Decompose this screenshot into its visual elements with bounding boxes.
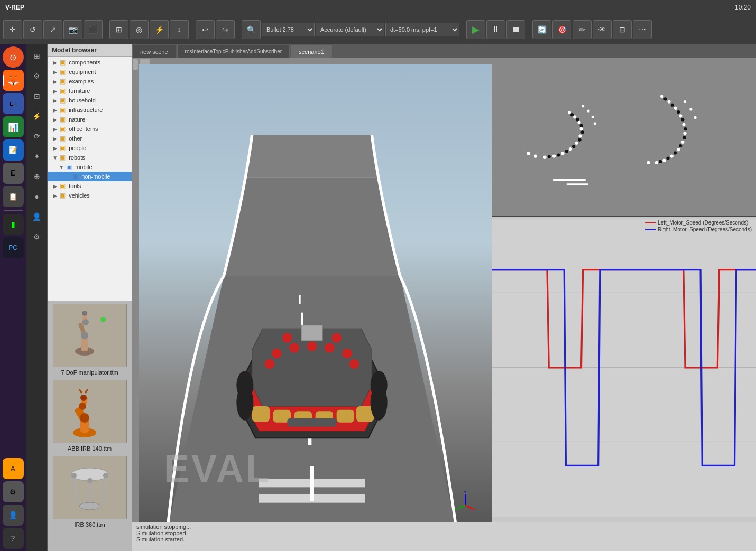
script-btn[interactable]: ✦: [27, 147, 47, 166]
expander-vehicles: ▶: [52, 193, 58, 199]
viewport-scrollbar-h[interactable]: [139, 58, 492, 64]
dock-help[interactable]: ?: [3, 528, 24, 549]
dock-ubuntu[interactable]: ⊙: [3, 46, 24, 68]
svg-point-4: [81, 332, 88, 339]
thumb-irb360-image: [53, 456, 127, 519]
tree-item-furniture[interactable]: ▶ ▣ furniture: [48, 86, 132, 96]
pause-button[interactable]: ⏸: [486, 20, 505, 39]
stop-button[interactable]: ⏹: [506, 20, 525, 39]
search-button[interactable]: 🔍: [242, 20, 261, 39]
light-button[interactable]: ⚡: [150, 20, 169, 39]
dt-select[interactable]: dt=50.0 ms, ppf=1: [385, 23, 459, 36]
tree-item-other[interactable]: ▶ ▣ other: [48, 134, 132, 143]
folder-icon-infrastructure: ▣: [58, 106, 67, 114]
thumb-irb360[interactable]: IRB 360.ttm: [51, 456, 128, 528]
tree-item-examples[interactable]: ▶ ▣ examples: [48, 77, 132, 86]
dock-terminal[interactable]: ▮: [3, 214, 24, 235]
scroll-handle-top[interactable]: [133, 59, 138, 70]
tab-ros[interactable]: rosInterfaceTopicPublisherAndSubscriber: [177, 45, 290, 58]
svg-point-7: [100, 317, 106, 322]
tree-item-vehicles[interactable]: ▶ ▣ vehicles: [48, 191, 132, 200]
svg-point-102: [670, 154, 674, 157]
calc-btn[interactable]: ⟳: [27, 127, 47, 146]
folder-icon-tools: ▣: [58, 182, 67, 190]
redo-button[interactable]: ↪: [216, 20, 235, 39]
scroll-handle-left[interactable]: [140, 59, 150, 64]
tab-new-scene[interactable]: new scene: [132, 45, 176, 58]
camera-button[interactable]: 📷: [63, 20, 82, 39]
force-button[interactable]: ↕: [170, 20, 189, 39]
record-btn[interactable]: ●: [27, 187, 47, 206]
settings-btn[interactable]: ⚙: [27, 227, 47, 246]
viewport-3d[interactable]: ▲ 00:01:43:60 Calculation passes: 10 (3 …: [132, 58, 492, 522]
thumb-7dof[interactable]: 7 DoF manipulator.ttm: [51, 304, 128, 376]
dock-pycharm[interactable]: PC: [3, 237, 24, 258]
label-nature: nature: [69, 116, 85, 123]
model-tree-section: ▶ ▣ components ▶ ▣ equipment: [48, 57, 132, 301]
view-button[interactable]: 👁: [593, 20, 612, 39]
tree-item-tools[interactable]: ▶ ▣ tools: [48, 181, 132, 191]
eval-watermark: EVAL: [164, 447, 271, 490]
dock-calc[interactable]: 🖩: [3, 163, 24, 184]
svg-point-78: [543, 156, 546, 159]
expander-components: ▶: [52, 60, 58, 66]
scene-settings-btn[interactable]: ⚙: [27, 67, 47, 86]
play-button[interactable]: ▶: [466, 20, 485, 39]
dock-people[interactable]: 👤: [3, 505, 24, 526]
title-bar: V-REP 10:20: [0, 0, 756, 15]
svg-point-92: [557, 153, 560, 156]
svg-point-45: [265, 359, 275, 369]
people-btn[interactable]: 👤: [27, 207, 47, 226]
dock-files[interactable]: 🗂: [3, 93, 24, 114]
tree-item-components[interactable]: ▶ ▣ components: [48, 58, 132, 67]
svg-rect-120: [567, 183, 588, 185]
svg-text:z: z: [464, 490, 466, 494]
scale-button[interactable]: ⤢: [43, 20, 62, 39]
tree-item-nonmobile[interactable]: ▣ non-mobile: [48, 172, 132, 181]
tree-item-robots[interactable]: ▼ ▣ robots: [48, 153, 132, 162]
legend-right-motor: Right_Motor_Speed (Degrees/Seconds): [645, 227, 752, 232]
dock-spreadsheet[interactable]: 📊: [3, 116, 24, 137]
physics-engine-select[interactable]: Bullet 2.78: [262, 23, 315, 36]
label-equipment: equipment: [69, 69, 96, 75]
svg-point-73: [578, 134, 582, 137]
thumb-abb140[interactable]: ABB IRB 140.ttm: [51, 380, 128, 452]
tab-scenario1[interactable]: scenario1: [291, 45, 332, 58]
svg-point-60: [371, 371, 388, 399]
graph-button[interactable]: ⊞: [109, 20, 128, 39]
tree-item-nature[interactable]: ▶ ▣ nature: [48, 115, 132, 124]
scene-hierarchy-btn[interactable]: ⊞: [27, 46, 47, 66]
ik-btn[interactable]: ⚡: [27, 107, 47, 126]
tree-item-office[interactable]: ▶ ▣ office items: [48, 124, 132, 134]
rotate-button[interactable]: ↺: [23, 20, 42, 39]
tree-item-people[interactable]: ▶ ▣ people: [48, 143, 132, 153]
path-edit-btn[interactable]: ⊕: [27, 167, 47, 186]
dock-doc[interactable]: 📋: [3, 186, 24, 207]
svg-point-75: [569, 147, 572, 151]
dock-firefox[interactable]: 🦊: [3, 70, 24, 91]
move-object-button[interactable]: ✛: [3, 20, 22, 39]
tree-item-equipment[interactable]: ▶ ▣ equipment: [48, 67, 132, 77]
dock-writer[interactable]: 📝: [3, 139, 24, 161]
tree-item-household[interactable]: ▶ ▣ household: [48, 96, 132, 105]
label-robots: robots: [69, 154, 85, 161]
dock-amazon[interactable]: A: [3, 458, 24, 479]
wire-button[interactable]: ⊟: [613, 20, 632, 39]
folder-icon-office: ▣: [58, 125, 67, 133]
dynamics-button[interactable]: 🎯: [552, 20, 571, 39]
path-button[interactable]: ✏: [573, 20, 592, 39]
dock-settings[interactable]: ⚙: [3, 481, 24, 502]
scene-button[interactable]: 🔄: [532, 20, 551, 39]
label-people: people: [69, 145, 86, 151]
accuracy-select[interactable]: Accurate (default): [316, 23, 384, 36]
zoom-fit-btn[interactable]: ⊡: [27, 87, 47, 106]
undo-button[interactable]: ↩: [196, 20, 215, 39]
more-button[interactable]: ⋯: [633, 20, 652, 39]
tree-item-mobile[interactable]: ▼ ▣ mobile: [48, 162, 132, 172]
viewport-scrollbar-v[interactable]: [132, 58, 139, 522]
label-mobile: mobile: [75, 164, 92, 170]
ubuntu-dock: ⊙ 🦊 🗂 📊 📝 🖩 📋 ▮: [0, 44, 26, 551]
tree-item-infrastructure[interactable]: ▶ ▣ infrastructure: [48, 105, 132, 115]
sensor-button[interactable]: ◎: [130, 20, 149, 39]
object-button[interactable]: ⬛: [84, 20, 103, 39]
